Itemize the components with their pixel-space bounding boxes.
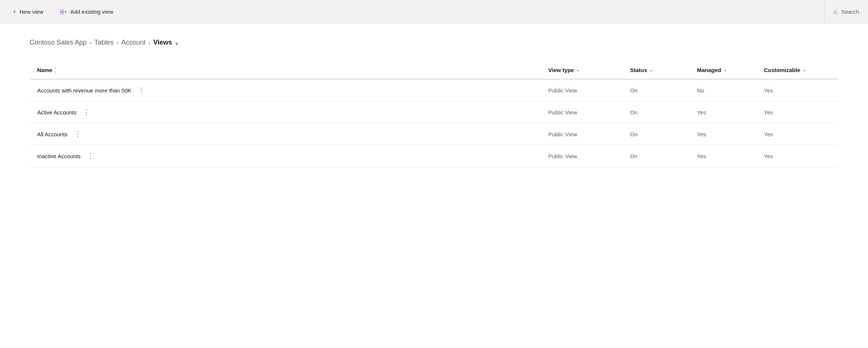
sort-asc-icon: ↑ <box>55 66 57 70</box>
row-managed: Yes <box>697 153 764 159</box>
search-label: Search <box>841 9 859 15</box>
breadcrumb-dropdown-icon[interactable]: ⌄ <box>174 40 179 46</box>
row-customizable: Yes <box>764 87 831 94</box>
table-row: All Accounts ⋮ Public View On Yes Yes <box>30 123 838 145</box>
main-content: Contoso Sales App › Tables › Account › V… <box>0 24 868 348</box>
row-status: On <box>630 109 697 116</box>
breadcrumb: Contoso Sales App › Tables › Account › V… <box>30 39 838 46</box>
row-customizable: Yes <box>764 131 831 137</box>
row-name-text[interactable]: Inactive Accounts <box>37 153 81 159</box>
row-name-cell: Accounts with revenue more than 50K ⋮ <box>37 86 548 94</box>
table-row: Active Accounts ⋮ Public View On Yes Yes <box>30 101 838 123</box>
search-area[interactable]: ⌕ Search <box>833 8 859 16</box>
new-view-button[interactable]: + New view <box>9 6 47 17</box>
toolbar: + New view Add existing view ⌕ Search <box>0 0 868 24</box>
managed-chevron-icon: ⌄ <box>723 68 727 72</box>
row-customizable: Yes <box>764 153 831 159</box>
row-name-cell: Inactive Accounts ⋮ <box>37 152 548 160</box>
name-sort-icons: ↑ ↓ <box>55 66 57 74</box>
row-view-type: Public View <box>548 87 630 94</box>
col-view-type-label: View type <box>548 67 574 73</box>
add-existing-view-label: Add existing view <box>70 9 113 15</box>
col-status-label: Status <box>630 67 647 73</box>
new-view-label: New view <box>20 9 43 15</box>
add-existing-view-button[interactable]: Add existing view <box>56 6 117 17</box>
col-header-managed[interactable]: Managed ⌄ <box>697 67 764 73</box>
view-type-chevron-icon: ⌄ <box>576 68 580 72</box>
row-name-text[interactable]: Active Accounts <box>37 109 77 116</box>
table-row: Inactive Accounts ⋮ Public View On Yes Y… <box>30 145 838 167</box>
col-header-customizable[interactable]: Customizable ⌄ <box>764 67 831 73</box>
row-customizable: Yes <box>764 109 831 116</box>
row-status: On <box>630 131 697 137</box>
toolbar-right: ⌕ Search <box>824 0 859 23</box>
breadcrumb-tables[interactable]: Tables <box>94 39 114 46</box>
row-managed: No <box>697 87 764 94</box>
breadcrumb-current-label: Views <box>153 39 172 46</box>
row-managed: Yes <box>697 131 764 137</box>
table-rows-container: Accounts with revenue more than 50K ⋮ Pu… <box>30 79 838 167</box>
breadcrumb-current: Views ⌄ <box>153 39 179 46</box>
row-context-menu-button[interactable]: ⋮ <box>85 152 97 160</box>
col-header-status[interactable]: Status ⌄ <box>630 67 697 73</box>
customizable-chevron-icon: ⌄ <box>803 68 806 72</box>
row-view-type: Public View <box>548 109 630 116</box>
plus-icon: + <box>13 9 17 15</box>
row-context-menu-button[interactable]: ⋮ <box>81 108 93 116</box>
row-status: On <box>630 87 697 94</box>
table-header: Name ↑ ↓ View type ⌄ Status ⌄ Managed ⌄ … <box>30 61 838 79</box>
row-name-text[interactable]: Accounts with revenue more than 50K <box>37 87 131 94</box>
row-view-type: Public View <box>548 131 630 137</box>
breadcrumb-app[interactable]: Contoso Sales App <box>30 39 87 46</box>
col-managed-label: Managed <box>697 67 721 73</box>
breadcrumb-account[interactable]: Account <box>121 39 145 46</box>
svg-rect-1 <box>60 12 63 14</box>
toolbar-left: + New view Add existing view <box>9 6 117 17</box>
row-context-menu-button[interactable]: ⋮ <box>136 86 147 94</box>
col-name-label: Name <box>37 67 52 73</box>
row-view-type: Public View <box>548 153 630 159</box>
row-managed: Yes <box>697 109 764 116</box>
col-customizable-label: Customizable <box>764 67 800 73</box>
row-name-text[interactable]: All Accounts <box>37 131 68 137</box>
breadcrumb-sep-1: › <box>90 40 91 46</box>
row-name-cell: All Accounts ⋮ <box>37 130 548 138</box>
views-table: Name ↑ ↓ View type ⌄ Status ⌄ Managed ⌄ … <box>30 61 838 167</box>
col-header-name[interactable]: Name ↑ ↓ <box>37 66 548 74</box>
row-context-menu-button[interactable]: ⋮ <box>72 130 84 138</box>
sort-desc-icon: ↓ <box>55 70 57 74</box>
status-chevron-icon: ⌄ <box>649 68 653 72</box>
svg-rect-0 <box>60 9 63 12</box>
row-status: On <box>630 153 697 159</box>
row-name-cell: Active Accounts ⋮ <box>37 108 548 116</box>
table-row: Accounts with revenue more than 50K ⋮ Pu… <box>30 79 838 101</box>
breadcrumb-sep-3: › <box>149 40 151 46</box>
add-existing-view-icon <box>60 9 67 15</box>
col-header-view-type[interactable]: View type ⌄ <box>548 67 630 73</box>
breadcrumb-sep-2: › <box>117 40 119 46</box>
search-icon: ⌕ <box>833 8 838 16</box>
